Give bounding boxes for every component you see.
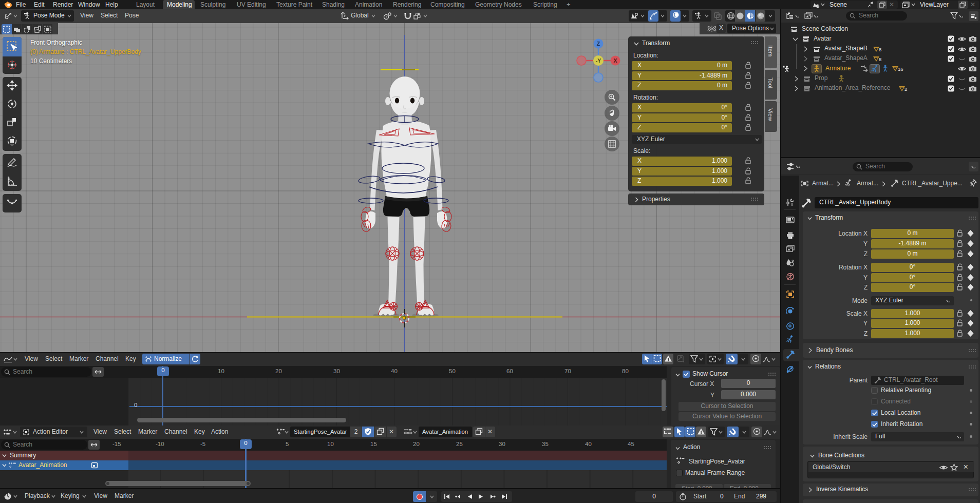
svg-text:-Y: -Y bbox=[596, 57, 601, 64]
svg-text:Z: Z bbox=[597, 41, 600, 47]
svg-text:X: X bbox=[613, 57, 617, 64]
